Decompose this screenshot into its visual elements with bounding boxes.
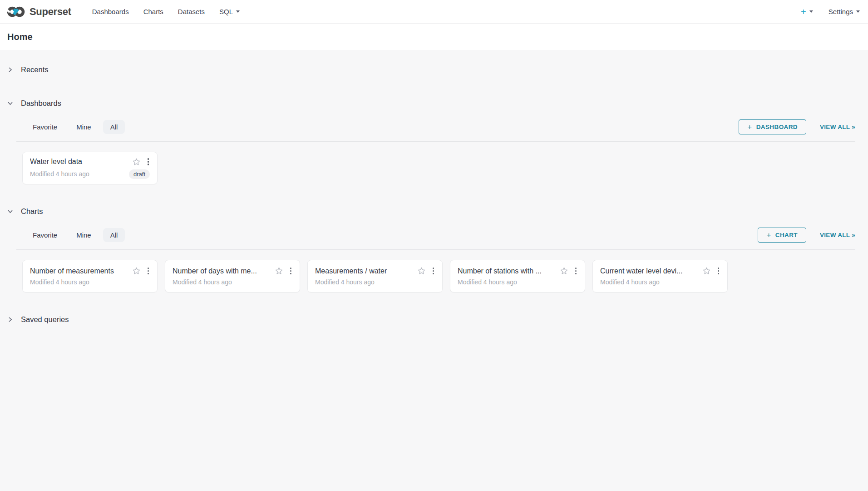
- chart-card-title[interactable]: Number of measurements: [30, 267, 128, 275]
- chart-card[interactable]: Measurements / water Modified 4 hours ag…: [307, 260, 443, 293]
- nav-item-sql[interactable]: SQL: [212, 0, 247, 23]
- star-icon[interactable]: [132, 158, 141, 166]
- card-top-row: Water level data: [30, 157, 150, 166]
- nav-item-label: Dashboards: [92, 8, 129, 15]
- section-title: Saved queries: [21, 315, 69, 324]
- card-top-row: Number of stations with ...: [458, 267, 577, 276]
- settings-menu-button[interactable]: Settings: [829, 8, 860, 15]
- main-nav: Dashboards Charts Datasets SQL: [85, 0, 247, 23]
- chart-card[interactable]: Number of stations with ... Modified 4 h…: [450, 260, 585, 293]
- section-saved-queries-header[interactable]: Saved queries: [7, 312, 855, 326]
- dashboard-card-title[interactable]: Water level data: [30, 158, 128, 166]
- tab-mine[interactable]: Mine: [69, 120, 99, 134]
- card-modified-text: Modified 4 hours ago: [315, 278, 435, 286]
- caret-down-icon: [236, 10, 240, 13]
- plus-icon: +: [801, 7, 806, 16]
- star-icon[interactable]: [702, 267, 711, 275]
- card-icons: [560, 267, 578, 276]
- tab-all[interactable]: All: [103, 228, 125, 242]
- divider: [16, 249, 855, 250]
- navbar: Superset Dashboards Charts Datasets SQL …: [0, 0, 868, 24]
- kebab-menu-icon[interactable]: [574, 267, 578, 276]
- new-item-menu-button[interactable]: +: [801, 7, 813, 16]
- card-bottom-row: Modified 4 hours ago draft: [30, 169, 150, 179]
- section-title: Dashboards: [21, 99, 61, 108]
- nav-item-datasets[interactable]: Datasets: [171, 0, 212, 23]
- brand-name: Superset: [30, 6, 71, 18]
- empty-space: [7, 326, 855, 491]
- nav-item-dashboards[interactable]: Dashboards: [85, 0, 136, 23]
- chart-card[interactable]: Number of days with me... Modified 4 hou…: [165, 260, 300, 293]
- chevron-right-icon: [7, 67, 13, 73]
- charts-card-row: Number of measurements Modified 4 hours …: [22, 260, 855, 293]
- section-charts-header[interactable]: Charts: [7, 204, 855, 218]
- card-icons: [132, 267, 150, 276]
- superset-logo[interactable]: Superset: [6, 5, 71, 18]
- page-header: Home: [0, 24, 868, 50]
- plus-icon: +: [747, 123, 752, 131]
- chart-card-title[interactable]: Number of days with me...: [173, 267, 271, 275]
- star-icon[interactable]: [275, 267, 283, 275]
- caret-down-icon: [856, 10, 860, 13]
- kebab-menu-icon[interactable]: [289, 267, 293, 276]
- new-chart-button[interactable]: + CHART: [758, 228, 806, 243]
- divider: [16, 141, 855, 142]
- superset-infinity-icon: [6, 5, 25, 18]
- section-title: Charts: [21, 207, 43, 216]
- card-icons: [702, 267, 720, 276]
- card-modified-text: Modified 4 hours ago: [600, 278, 720, 286]
- dashboards-subbar: Favorite Mine All + DASHBOARD VIEW ALL »: [7, 119, 855, 134]
- star-icon[interactable]: [560, 267, 568, 275]
- chart-card[interactable]: Number of measurements Modified 4 hours …: [22, 260, 158, 293]
- card-icons: [132, 157, 150, 166]
- draft-status-badge: draft: [129, 169, 150, 179]
- dashboard-card[interactable]: Water level data Modified 4 hours ago dr…: [22, 152, 158, 184]
- card-modified-text: Modified 4 hours ago: [30, 170, 129, 178]
- card-bottom-row: Modified 4 hours ago: [173, 278, 292, 286]
- section-title: Recents: [21, 65, 49, 74]
- nav-item-label: Charts: [143, 8, 163, 15]
- charts-tabs: Favorite Mine All: [25, 228, 125, 242]
- section-dashboards-header[interactable]: Dashboards: [7, 96, 855, 110]
- star-icon[interactable]: [417, 267, 426, 275]
- new-dashboard-label: DASHBOARD: [756, 124, 798, 130]
- chart-card-title[interactable]: Measurements / water: [315, 267, 414, 275]
- chart-card[interactable]: Current water level devi... Modified 4 h…: [592, 260, 728, 293]
- tab-mine[interactable]: Mine: [69, 228, 99, 242]
- chart-card-title[interactable]: Current water level devi...: [600, 267, 699, 275]
- card-bottom-row: Modified 4 hours ago: [458, 278, 577, 286]
- tab-favorite[interactable]: Favorite: [25, 228, 64, 242]
- section-recents-header[interactable]: Recents: [7, 63, 855, 76]
- card-top-row: Measurements / water: [315, 267, 435, 276]
- chevron-down-icon: [7, 208, 13, 214]
- plus-icon: +: [766, 231, 771, 239]
- card-bottom-row: Modified 4 hours ago: [315, 278, 435, 286]
- kebab-menu-icon[interactable]: [717, 267, 720, 276]
- kebab-menu-icon[interactable]: [147, 267, 150, 276]
- kebab-menu-icon[interactable]: [432, 267, 435, 276]
- tab-all[interactable]: All: [103, 120, 125, 134]
- card-modified-text: Modified 4 hours ago: [458, 278, 577, 286]
- card-top-row: Current water level devi...: [600, 267, 720, 276]
- caret-down-icon: [809, 10, 813, 13]
- card-bottom-row: Modified 4 hours ago: [30, 278, 150, 286]
- card-top-row: Number of measurements: [30, 267, 150, 276]
- view-all-dashboards-link[interactable]: VIEW ALL »: [820, 124, 855, 130]
- navbar-right: + Settings: [801, 7, 860, 16]
- nav-item-label: SQL: [219, 8, 233, 15]
- chart-card-title[interactable]: Number of stations with ...: [458, 267, 556, 275]
- card-modified-text: Modified 4 hours ago: [173, 278, 292, 286]
- dashboards-tabs: Favorite Mine All: [25, 120, 125, 134]
- kebab-menu-icon[interactable]: [147, 157, 150, 166]
- nav-item-charts[interactable]: Charts: [136, 0, 171, 23]
- new-dashboard-button[interactable]: + DASHBOARD: [739, 119, 806, 134]
- tab-favorite[interactable]: Favorite: [25, 120, 64, 134]
- card-icons: [417, 267, 435, 276]
- nav-item-label: Datasets: [178, 8, 205, 15]
- star-icon[interactable]: [132, 267, 141, 275]
- new-chart-label: CHART: [775, 232, 798, 238]
- charts-subbar: Favorite Mine All + CHART VIEW ALL »: [7, 227, 855, 243]
- card-modified-text: Modified 4 hours ago: [30, 278, 150, 286]
- chevron-right-icon: [7, 317, 13, 322]
- view-all-charts-link[interactable]: VIEW ALL »: [820, 232, 855, 238]
